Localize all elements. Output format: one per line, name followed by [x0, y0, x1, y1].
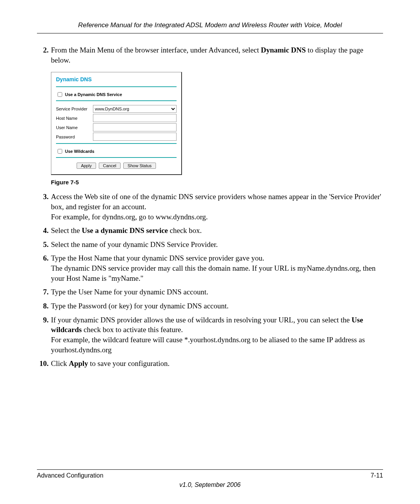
dynamic-dns-panel: Dynamic DNS Use a Dynamic DNS Service Se…: [51, 72, 182, 175]
step-number: 7.: [37, 287, 51, 297]
user-name-label: User Name: [56, 125, 93, 130]
step-text: Access the Web site of one of the dynami…: [51, 192, 383, 222]
footer-page: 7-11: [371, 472, 383, 479]
step-number: 3.: [37, 192, 51, 222]
step-5: 5. Select the name of your dynamic DNS S…: [37, 240, 383, 250]
step-9: 9. If your dynamic DNS provider allows t…: [37, 315, 383, 355]
step-text: If your dynamic DNS provider allows the …: [51, 315, 383, 355]
step-number: 6.: [37, 253, 51, 283]
step-number: 5.: [37, 240, 51, 250]
password-label: Password: [56, 135, 93, 139]
divider: [56, 100, 177, 101]
divider: [56, 157, 177, 158]
host-name-label: Host Name: [56, 116, 93, 121]
step-number: 8.: [37, 301, 51, 311]
step-7: 7. Type the User Name for your dynamic D…: [37, 287, 383, 297]
step-3: 3. Access the Web site of one of the dyn…: [37, 192, 383, 222]
use-wildcards-checkbox[interactable]: [58, 149, 62, 154]
step-text: Type the Host Name that your dynamic DNS…: [51, 253, 383, 283]
service-provider-label: Service Provider: [56, 107, 93, 111]
step-8: 8. Type the Password (or key) for your d…: [37, 301, 383, 311]
figure-screenshot: Dynamic DNS Use a Dynamic DNS Service Se…: [51, 72, 383, 175]
step-6: 6. Type the Host Name that your dynamic …: [37, 253, 383, 283]
step-text: Type the User Name for your dynamic DNS …: [51, 287, 383, 297]
step-number: 9.: [37, 315, 51, 355]
password-input[interactable]: [93, 133, 177, 141]
step-text: Select the Use a dynamic DNS service che…: [51, 226, 383, 236]
user-name-input[interactable]: [93, 123, 177, 131]
step-text: Type the Password (or key) for your dyna…: [51, 301, 383, 311]
cancel-button[interactable]: Cancel: [99, 163, 121, 169]
step-number: 10.: [37, 359, 51, 369]
divider: [56, 143, 177, 144]
step-number: 4.: [37, 226, 51, 236]
use-wildcards-label: Use Wildcards: [65, 149, 94, 154]
footer-section: Advanced Configuration: [37, 472, 103, 479]
use-dns-checkbox[interactable]: [58, 92, 62, 97]
show-status-button[interactable]: Show Status: [123, 163, 156, 169]
host-name-input[interactable]: [93, 114, 177, 122]
use-dns-label: Use a Dynamic DNS Service: [65, 92, 122, 97]
step-number: 2.: [37, 45, 51, 65]
step-2: 2. From the Main Menu of the browser int…: [37, 45, 383, 65]
figure-caption: Figure 7-5: [51, 179, 383, 186]
panel-title: Dynamic DNS: [56, 76, 177, 82]
step-4: 4. Select the Use a dynamic DNS service …: [37, 226, 383, 236]
instruction-list-cont: 3. Access the Web site of one of the dyn…: [37, 192, 383, 369]
step-text: Click Apply to save your configuration.: [51, 359, 383, 369]
step-text: From the Main Menu of the browser interf…: [51, 45, 383, 65]
instruction-list: 2. From the Main Menu of the browser int…: [37, 45, 383, 65]
divider: [56, 86, 177, 87]
service-provider-select[interactable]: www.DynDNS.org: [93, 105, 177, 113]
step-10: 10. Click Apply to save your configurati…: [37, 359, 383, 369]
apply-button[interactable]: Apply: [77, 163, 96, 169]
page-footer: Advanced Configuration 7-11 v1.0, Septem…: [37, 469, 383, 488]
footer-version: v1.0, September 2006: [37, 481, 383, 488]
step-text: Select the name of your dynamic DNS Serv…: [51, 240, 383, 250]
page-header: Reference Manual for the Integrated ADSL…: [37, 21, 383, 33]
